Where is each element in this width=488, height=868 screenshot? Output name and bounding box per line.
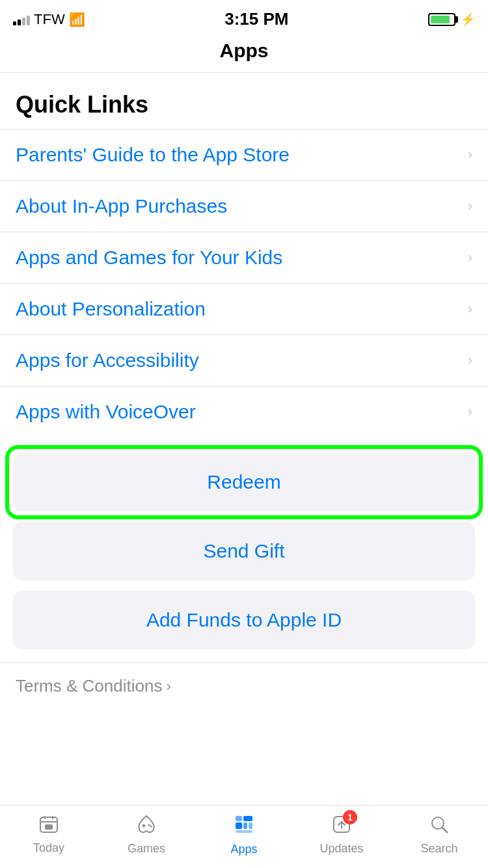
- chevron-right-icon: ›: [468, 301, 472, 318]
- personalization-link[interactable]: About Personalization ›: [0, 284, 488, 334]
- svg-rect-12: [243, 822, 247, 829]
- updates-badge: 1: [343, 810, 357, 824]
- svg-point-7: [148, 824, 150, 826]
- updates-icon: 1: [331, 814, 352, 839]
- clock: 3:15 PM: [224, 9, 288, 29]
- svg-rect-13: [249, 822, 252, 829]
- page-title: Apps: [0, 34, 488, 73]
- voiceover-link[interactable]: Apps with VoiceOver ›: [0, 387, 488, 437]
- svg-rect-4: [45, 824, 53, 830]
- chevron-right-icon: ›: [468, 249, 472, 266]
- chevron-right-icon: ›: [468, 146, 472, 163]
- wifi-icon: 📶: [69, 12, 85, 27]
- list-item[interactable]: Apps and Games for Your Kids ›: [0, 232, 488, 283]
- search-icon: [429, 814, 450, 839]
- chevron-right-icon: ›: [468, 352, 472, 369]
- list-item[interactable]: About In-App Purchases ›: [0, 180, 488, 232]
- apps-icon: [233, 813, 255, 840]
- accessibility-link[interactable]: Apps for Accessibility ›: [0, 335, 488, 386]
- terms-chevron-icon: ›: [166, 678, 170, 695]
- add-funds-button[interactable]: Add Funds to Apple ID: [13, 591, 475, 649]
- redeem-button[interactable]: Redeem: [13, 453, 475, 511]
- terms-section[interactable]: Terms & Conditions ›: [0, 662, 488, 707]
- tab-games-label: Games: [128, 842, 165, 856]
- redeem-button-wrapper: Redeem: [13, 453, 475, 511]
- tab-games[interactable]: Games: [98, 806, 195, 868]
- svg-point-8: [150, 826, 152, 828]
- chevron-right-icon: ›: [468, 198, 472, 215]
- tab-search-label: Search: [420, 842, 457, 856]
- in-app-purchases-link[interactable]: About In-App Purchases ›: [0, 181, 488, 232]
- list-item[interactable]: About Personalization ›: [0, 283, 488, 334]
- tab-apps[interactable]: Apps: [195, 806, 293, 868]
- games-icon: [136, 814, 157, 839]
- section-header-quick-links: Quick Links: [0, 73, 488, 129]
- content-area: Quick Links Parents' Guide to the App St…: [0, 73, 488, 707]
- status-left: TFW 📶: [13, 11, 85, 28]
- svg-rect-1: [44, 816, 46, 819]
- action-buttons-section: Redeem Send Gift Add Funds to Apple ID: [0, 437, 488, 657]
- tab-bar: Today Games Apps: [0, 805, 488, 868]
- chevron-right-icon: ›: [468, 403, 472, 420]
- tab-today-label: Today: [33, 841, 64, 855]
- status-right: ⚡: [428, 12, 475, 27]
- send-gift-button[interactable]: Send Gift: [13, 522, 475, 580]
- apps-games-kids-link[interactable]: Apps and Games for Your Kids ›: [0, 232, 488, 283]
- tab-today[interactable]: Today: [0, 806, 98, 868]
- battery-icon: [428, 13, 455, 26]
- signal-icon: [13, 14, 30, 25]
- list-item[interactable]: Apps with VoiceOver ›: [0, 386, 488, 437]
- list-item[interactable]: Apps for Accessibility ›: [0, 334, 488, 386]
- list-item[interactable]: Parents' Guide to the App Store ›: [0, 129, 488, 180]
- tab-search[interactable]: Search: [390, 806, 488, 868]
- tab-updates-label: Updates: [319, 842, 363, 856]
- tab-apps-label: Apps: [230, 843, 257, 856]
- svg-rect-9: [236, 822, 242, 829]
- terms-label: Terms & Conditions: [16, 676, 162, 696]
- today-icon: [39, 815, 59, 839]
- parents-guide-link[interactable]: Parents' Guide to the App Store ›: [0, 129, 488, 180]
- tab-updates[interactable]: 1 Updates: [293, 806, 390, 868]
- status-bar: TFW 📶 3:15 PM ⚡: [0, 0, 488, 34]
- charging-icon: ⚡: [461, 12, 475, 27]
- svg-rect-10: [236, 816, 242, 821]
- quick-links-list: Parents' Guide to the App Store › About …: [0, 129, 488, 437]
- svg-rect-11: [243, 816, 252, 821]
- carrier-label: TFW: [34, 11, 65, 28]
- svg-line-18: [442, 828, 447, 832]
- svg-rect-14: [236, 830, 252, 833]
- svg-rect-2: [52, 816, 53, 819]
